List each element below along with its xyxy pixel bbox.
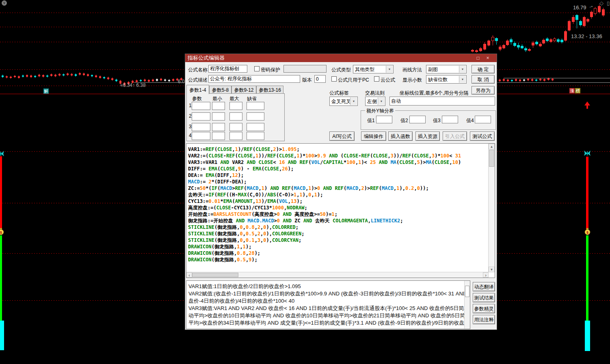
insert-function-button[interactable]: 插入函数 [388,131,413,141]
ai-write-formula-button[interactable]: AI写公式 [329,131,355,141]
extra-y-axis-label: 额外Y轴分界 [365,108,395,114]
param-name-input[interactable] [192,132,210,140]
param-row: 1 [187,102,284,111]
param-row: 3 [187,123,284,132]
test-formula-button[interactable]: 测试公式 [470,131,495,141]
code-lines: VAR1:=REF(CLOSE,1)/REF(CLOSE,2)>1.095;VA… [188,146,488,272]
up-arrow-stem [586,105,588,109]
scroll-down-icon[interactable]: ▼ [489,267,495,272]
collapse-icon[interactable]: ∨ [2,0,7,6]
coord-line-input[interactable] [389,97,495,106]
price-cut-label: 6.0 [178,79,185,84]
butterfly-icon [584,150,591,157]
formula-type-select[interactable]: 其他类型 ▼ [353,65,394,73]
dynamic-translate-button[interactable]: 动态翻译 [473,282,495,291]
draw-method-select[interactable]: 副图 ▼ [426,65,467,73]
formula-desc-input[interactable] [208,75,300,83]
param-name-input[interactable] [192,123,210,131]
trade-rule-select[interactable]: 左侧 ▼ [365,97,385,106]
param-default-input[interactable] [247,102,264,110]
formula-editor-dialog: 指标公式编辑器 □ × 公式名称 密码保护 公式类型 其他类型 ▼ 画线方法 副… [185,54,497,330]
svg-text:$: $ [586,230,588,235]
insert-resource-button[interactable]: 插入资源 [415,131,440,141]
diamond-icon[interactable]: ◇ [599,0,604,6]
version-input[interactable] [314,75,326,83]
usage-note-button[interactable]: 用法注释 [473,315,495,324]
formula-name-label: 公式名称 [188,67,208,73]
scrollbar-thumb[interactable] [465,286,469,297]
param-min-input[interactable] [212,102,225,110]
close-icon[interactable]: × [485,55,491,61]
formula-code-editor[interactable]: VAR1:=REF(CLOSE,1)/REF(CLOSE,2)>1.095;VA… [186,143,495,278]
param-min-input[interactable] [212,123,225,131]
param-col-header: 最小 [212,95,222,102]
param-row: 2 [187,112,284,121]
param-default-input[interactable] [247,112,264,121]
scroll-up-icon[interactable]: ▲ [489,144,495,149]
tab-params-5-8[interactable]: 参数5-8 [209,86,231,94]
jie-badge[interactable]: 解 [43,88,49,94]
cloud-formula-label: 云公式 [381,77,395,84]
param-default-input[interactable] [247,123,264,131]
chevron-down-icon[interactable]: ▼ [386,66,393,73]
vertical-scrollbar[interactable] [464,281,470,329]
tab-params-1-4[interactable]: 参数1-4 [186,85,209,94]
value4-input[interactable] [475,116,491,123]
scroll-right-icon[interactable]: › [483,272,489,278]
value2-input[interactable] [409,116,426,123]
param-min-input[interactable] [212,132,225,140]
scrollbar-thumb[interactable] [489,150,494,167]
edit-operations-button[interactable]: 编辑操作 [361,131,386,141]
version-label: 版本 [302,77,312,84]
chevron-down-icon[interactable]: ▼ [459,66,466,73]
tab-params-13-16[interactable]: 参数13-16 [256,86,283,94]
param-max-input[interactable] [229,132,242,140]
bang-badge[interactable]: 榜 [575,88,580,93]
formula-name-input[interactable] [208,65,247,73]
cloud-formula-checkbox[interactable] [374,76,379,82]
butterfly-icon [0,151,4,157]
stickline-red-bar [586,157,588,230]
cancel-button[interactable]: 取 消 [472,75,495,84]
param-col-header: 缺省 [247,95,257,102]
test-result-button[interactable]: 测试结果 [473,293,495,302]
ok-button[interactable]: 确 定 [472,65,495,73]
chevron-down-icon[interactable]: ▼ [378,97,385,105]
tab-params-9-12[interactable]: 参数9-12 [231,86,256,94]
scroll-left-icon[interactable]: ‹ [186,272,192,278]
save-as-button[interactable]: 另存为 [472,86,495,95]
partial-window-icon[interactable]: ▯ [607,0,610,6]
pc-only-checkbox[interactable] [331,76,337,82]
param-min-input[interactable] [212,112,225,121]
trade-rule-label: 交易法则 [365,90,385,97]
formula-translation-panel: VAR1赋值:1日前的收盘价/2日前的收盘价>1.095VAR2赋值:(收盘价-… [186,280,470,329]
stickline-cyan-bar [585,321,590,351]
param-max-input[interactable] [229,112,242,121]
chevron-down-icon[interactable]: ▼ [350,97,357,105]
horizontal-scrollbar[interactable]: ‹ › [186,272,489,278]
price-range-label: 13.32 - 13.36 [571,33,602,39]
dialog-titlebar[interactable]: 指标公式编辑器 □ × [185,54,497,62]
stickline-cyan-bar [0,321,4,350]
password-checkbox[interactable] [254,66,260,71]
value3-label: 值3 [433,117,441,124]
param-default-input[interactable] [247,132,264,140]
param-max-input[interactable] [229,123,242,131]
password-input[interactable] [283,65,327,73]
maximize-icon[interactable]: □ [475,55,481,61]
import-formula-button[interactable]: 引入公式 [443,131,467,141]
decimals-select[interactable]: 缺省位数 ▼ [426,75,467,84]
vertical-scrollbar[interactable]: ▲ ▼ [488,144,495,272]
value3-input[interactable] [442,116,458,123]
param-max-input[interactable] [229,102,242,110]
formula-tag-select[interactable]: 金叉死叉 ▼ [329,97,358,106]
param-wizard-button[interactable]: 参数精灵 [473,304,495,313]
dialog-title: 指标公式编辑器 [188,55,225,61]
param-name-input[interactable] [192,102,210,110]
chevron-down-icon[interactable]: ▼ [459,76,466,83]
zhang-badge[interactable]: 涨 [569,88,575,93]
value1-input[interactable] [376,116,392,123]
param-name-input[interactable] [192,112,210,121]
scrollbar-thumb[interactable] [192,273,238,277]
value1-label: 值1 [367,117,375,124]
